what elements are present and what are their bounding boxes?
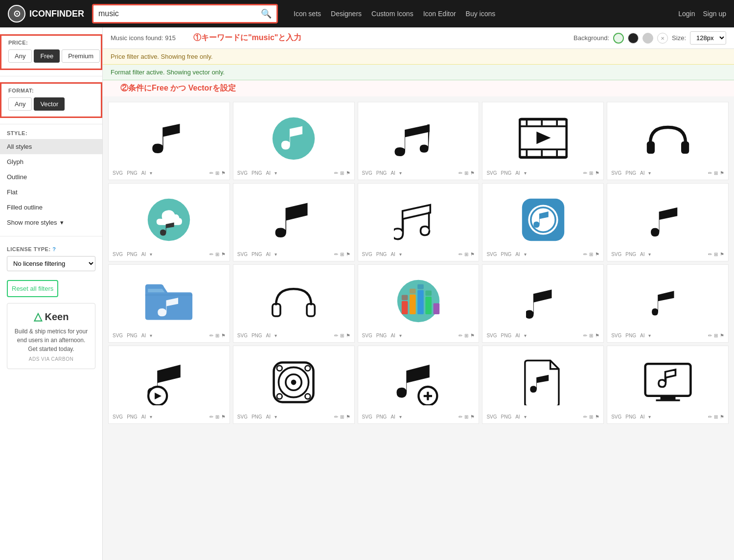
edit-icon-5[interactable]: ✏ [708,170,712,176]
edit-icon-17[interactable]: ✏ [334,414,338,420]
edit-icon-13[interactable]: ✏ [459,333,462,338]
bookmark-icon-11[interactable]: ⊞ [215,333,219,338]
bookmark-icon-19[interactable]: ⊞ [589,414,593,420]
flag-icon-13[interactable]: ⚑ [470,333,475,338]
edit-icon-3[interactable]: ✏ [459,170,462,176]
icon-cell-8[interactable]: SVG PNG AI ▾ ✏ ⊞ ⚑ [358,183,480,261]
show-more-styles-btn[interactable]: Show more styles ▾ [0,215,102,230]
price-free-btn[interactable]: Free [34,49,60,63]
format-vector-btn[interactable]: Vector [34,97,65,111]
signup-link[interactable]: Sign up [703,10,726,18]
edit-icon-18[interactable]: ✏ [459,414,462,420]
bookmark-icon-8[interactable]: ⊞ [464,252,468,257]
flag-icon-6[interactable]: ⚑ [221,252,226,257]
bookmark-icon-9[interactable]: ⊞ [589,252,593,257]
bookmark-icon-20[interactable]: ⊞ [714,414,718,420]
flag-icon-10[interactable]: ⚑ [720,252,724,257]
edit-icon-20[interactable]: ✏ [708,414,712,420]
bookmark-icon-7[interactable]: ⊞ [340,252,344,257]
bg-green-btn[interactable] [613,33,624,44]
price-premium-btn[interactable]: Premium [62,49,100,63]
style-filled-outline[interactable]: Filled outline [0,200,102,215]
bookmark-icon-2[interactable]: ⊞ [340,170,344,176]
icon-cell-2[interactable]: SVG PNG AI ▾ ✏ ⊞ ⚑ [233,102,355,180]
flag-icon-2[interactable]: ⚑ [346,170,350,176]
size-select[interactable]: 128px 64px 32px [690,31,726,45]
icon-cell-13[interactable]: SVG PNG AI ▾ ✏ ⊞ ⚑ [358,264,480,343]
bookmark-icon-13[interactable]: ⊞ [464,333,468,338]
dropdown-icon[interactable]: ▾ [150,170,152,176]
edit-icon-10[interactable]: ✏ [708,252,712,257]
icon-cell-11[interactable]: SVG PNG AI ▾ ✏ ⊞ ⚑ [108,264,230,343]
bookmark-icon-18[interactable]: ⊞ [464,414,468,420]
bookmark-icon-16[interactable]: ⊞ [215,414,219,420]
dropdown-icon-9[interactable]: ▾ [524,252,527,257]
dropdown-icon-17[interactable]: ▾ [275,414,277,420]
dropdown-icon-3[interactable]: ▾ [399,170,402,176]
bookmark-icon-12[interactable]: ⊞ [340,333,344,338]
flag-icon-19[interactable]: ⚑ [595,414,599,420]
icon-cell-10[interactable]: SVG PNG AI ▾ ✏ ⊞ ⚑ [607,183,729,261]
nav-buy-icons[interactable]: Buy icons [466,10,496,18]
bookmark-icon-5[interactable]: ⊞ [714,170,718,176]
bookmark-icon-15[interactable]: ⊞ [714,333,718,338]
nav-designers[interactable]: Designers [331,10,362,18]
flag-icon-7[interactable]: ⚑ [346,252,350,257]
flag-icon-3[interactable]: ⚑ [470,170,475,176]
bookmark-icon[interactable]: ⊞ [215,170,219,176]
icon-cell-16[interactable]: SVG PNG AI ▾ ✏ ⊞ ⚑ [108,346,230,424]
format-any-btn[interactable]: Any [8,97,32,111]
icon-cell-5[interactable]: SVG PNG AI ▾ ✏ ⊞ ⚑ [607,102,729,180]
icon-cell-20[interactable]: SVG PNG AI ▾ ✏ ⊞ ⚑ [607,346,729,424]
flag-icon-8[interactable]: ⚑ [470,252,475,257]
icon-cell-7[interactable]: SVG PNG AI ▾ ✏ ⊞ ⚑ [233,183,355,261]
style-flat[interactable]: Flat [0,185,102,200]
edit-icon-11[interactable]: ✏ [209,333,213,338]
icon-cell-1[interactable]: SVG PNG AI ▾ ✏ ⊞ ⚑ [108,102,230,180]
price-any-btn[interactable]: Any [8,49,32,63]
icon-cell-18[interactable]: SVG PNG AI ▾ ✏ ⊞ ⚑ [358,346,480,424]
edit-icon-6[interactable]: ✏ [209,252,213,257]
dropdown-icon-12[interactable]: ▾ [275,333,277,338]
bookmark-icon-4[interactable]: ⊞ [589,170,593,176]
nav-custom-icons[interactable]: Custom Icons [371,10,413,18]
dropdown-icon-11[interactable]: ▾ [150,333,152,338]
dropdown-icon-8[interactable]: ▾ [399,252,402,257]
style-glyph[interactable]: Glyph [0,154,102,169]
icon-cell-3[interactable]: SVG PNG AI ▾ ✏ ⊞ ⚑ [358,102,480,180]
dropdown-icon-15[interactable]: ▾ [648,333,651,338]
nav-icon-sets[interactable]: Icon sets [294,10,321,18]
flag-icon-4[interactable]: ⚑ [595,170,599,176]
bookmark-icon-14[interactable]: ⊞ [589,333,593,338]
search-icon[interactable]: 🔍 [261,8,272,19]
icon-cell-14[interactable]: SVG PNG AI ▾ ✏ ⊞ ⚑ [482,264,604,343]
dropdown-icon-10[interactable]: ▾ [648,252,651,257]
dropdown-icon-14[interactable]: ▾ [524,333,527,338]
icon-cell-6[interactable]: SVG PNG AI ▾ ✏ ⊞ ⚑ [108,183,230,261]
dropdown-icon-16[interactable]: ▾ [150,414,152,420]
dropdown-icon-13[interactable]: ▾ [399,333,402,338]
dropdown-icon-19[interactable]: ▾ [524,414,527,420]
license-select[interactable]: No license filtering [7,256,95,271]
flag-icon-12[interactable]: ⚑ [346,333,350,338]
reset-filters-btn[interactable]: Reset all filters [7,280,58,297]
bg-gray-btn[interactable] [642,33,653,44]
style-all[interactable]: All styles [0,139,102,154]
flag-icon-15[interactable]: ⚑ [720,333,724,338]
edit-icon-7[interactable]: ✏ [334,252,338,257]
edit-icon-12[interactable]: ✏ [334,333,338,338]
flag-icon-18[interactable]: ⚑ [470,414,475,420]
dropdown-icon-4[interactable]: ▾ [524,170,527,176]
edit-icon-14[interactable]: ✏ [583,333,587,338]
dropdown-icon-5[interactable]: ▾ [648,170,651,176]
flag-icon[interactable]: ⚑ [221,170,226,176]
flag-icon-14[interactable]: ⚑ [595,333,599,338]
icon-cell-15[interactable]: SVG PNG AI ▾ ✏ ⊞ ⚑ [607,264,729,343]
edit-icon-15[interactable]: ✏ [708,333,712,338]
icon-cell-17[interactable]: SVG PNG AI ▾ ✏ ⊞ ⚑ [233,346,355,424]
bookmark-icon-10[interactable]: ⊞ [714,252,718,257]
flag-icon-9[interactable]: ⚑ [595,252,599,257]
edit-icon-16[interactable]: ✏ [209,414,213,420]
edit-icon-8[interactable]: ✏ [459,252,462,257]
dropdown-icon-7[interactable]: ▾ [275,252,277,257]
